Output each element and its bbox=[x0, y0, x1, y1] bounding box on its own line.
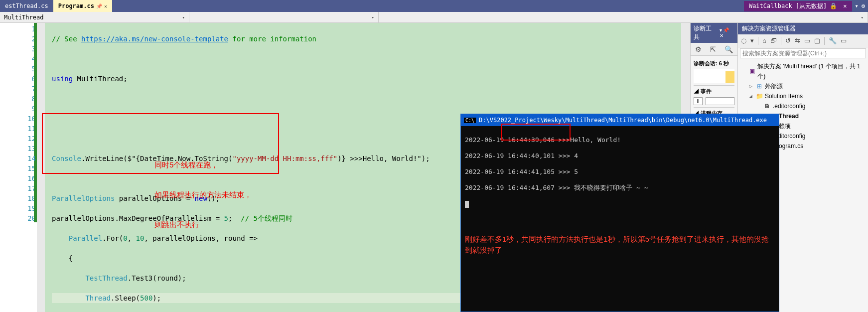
navigation-bar: MultiThread▾ ▾ ▾ bbox=[0, 12, 868, 23]
diagnostics-title: 诊断工具▾ 📌 ✕ bbox=[691, 23, 737, 43]
annotation-text: 同时5个线程在跑， 如果线程执行的方法未结束， 则跳出不执行 bbox=[154, 140, 252, 250]
session-label: 诊断会话: 6 秒 bbox=[694, 60, 734, 67]
back-icon[interactable]: ◌ bbox=[740, 36, 747, 45]
console-output: 2022-06-19 16:44:39,046 >>>Hello, World!… bbox=[461, 126, 779, 274]
solution-items[interactable]: ◢📁Solution Items bbox=[740, 91, 866, 101]
editorconfig-file[interactable]: 🗎.editorconfig bbox=[740, 101, 866, 111]
member-dropdown[interactable]: ▾ bbox=[379, 12, 868, 22]
solution-icon: ▣ bbox=[749, 66, 756, 76]
solution-search[interactable] bbox=[738, 47, 868, 59]
console-icon: C:\ bbox=[464, 118, 476, 123]
console-window[interactable]: C:\ D:\VS2022_Project\Wesky\MultiThread\… bbox=[460, 114, 779, 312]
collapse-icon[interactable]: ⇆ bbox=[794, 36, 801, 45]
folder-icon: 📁 bbox=[756, 91, 763, 101]
switch-view-icon[interactable]: 🗗 bbox=[769, 36, 778, 45]
dropdown-icon[interactable]: ▾ bbox=[855, 2, 859, 9]
properties-icon[interactable]: ▢ bbox=[813, 36, 821, 45]
pin-icon[interactable]: 📌 bbox=[96, 3, 102, 9]
gear-icon[interactable]: ⚙ bbox=[862, 2, 865, 9]
gear-icon[interactable]: ⚙ bbox=[695, 45, 702, 53]
show-all-icon[interactable]: ▭ bbox=[803, 36, 811, 45]
metadata-badge[interactable]: WaitCallback [从元数据] 🔒 ✕ bbox=[744, 1, 852, 11]
line-number-gutter: 1 2 3 4 5 6 7 8 9 10 11 12 13 ➜14 15 16 … bbox=[0, 23, 45, 312]
folder-icon: ⊞ bbox=[756, 81, 763, 91]
forward-icon[interactable]: ▾ bbox=[749, 36, 755, 45]
wrench-icon[interactable]: 🔧 bbox=[828, 36, 838, 45]
console-cursor bbox=[465, 201, 469, 208]
close-icon[interactable]: ✕ bbox=[104, 3, 107, 9]
type-dropdown[interactable]: ▾ bbox=[189, 12, 379, 22]
zoom-icon[interactable]: 🔍 bbox=[724, 45, 733, 53]
chevron-down-icon: ▾ bbox=[861, 15, 864, 20]
external-sources[interactable]: ▷⊞外部源 bbox=[740, 81, 866, 91]
sync-icon[interactable]: ↺ bbox=[784, 36, 792, 45]
lock-icon: 🔒 bbox=[830, 2, 837, 9]
tab-program[interactable]: Program.cs 📌 ✕ bbox=[53, 0, 112, 12]
scope-dropdown[interactable]: MultiThread▾ bbox=[0, 12, 189, 22]
annotation-box-console bbox=[501, 124, 571, 141]
solution-explorer-title: 解决方案资源管理器 bbox=[738, 23, 868, 34]
solution-search-input[interactable] bbox=[740, 48, 866, 58]
chevron-down-icon: ▾ bbox=[182, 15, 185, 20]
console-annotation: 刚好差不多1秒，共同执行的方法执行也是1秒，所以第5号任务抢到了进来执行，其他的… bbox=[465, 234, 775, 256]
events-label: ◢ 事件 bbox=[694, 88, 734, 95]
solution-root[interactable]: ▣解决方案 'MultiThread' (1 个项目，共 1 个) bbox=[740, 61, 866, 81]
events-graph bbox=[706, 97, 734, 105]
session-graph bbox=[694, 69, 734, 83]
close-icon[interactable]: ✕ bbox=[843, 2, 847, 9]
solution-toolbar: ◌ ▾ ⌂ 🗗 ↺ ⇆ ▭ ▢ 🔧 ▭ bbox=[738, 34, 868, 47]
tab-testthread[interactable]: estThread.cs bbox=[0, 0, 53, 12]
diagnostics-toolbar: ⚙ ⇱ 🔍 bbox=[691, 43, 737, 56]
home-icon[interactable]: ⌂ bbox=[761, 36, 767, 45]
chevron-down-icon: ▾ bbox=[372, 15, 374, 20]
document-tab-strip: estThread.cs Program.cs 📌 ✕ WaitCallback… bbox=[0, 0, 868, 12]
expand-icon[interactable]: ⇱ bbox=[710, 45, 716, 53]
filter-icon[interactable]: ▭ bbox=[840, 36, 848, 45]
file-icon: 🗎 bbox=[764, 101, 771, 111]
template-link[interactable]: https://aka.ms/new-console-template bbox=[81, 35, 228, 43]
pause-button[interactable]: II bbox=[694, 97, 703, 105]
